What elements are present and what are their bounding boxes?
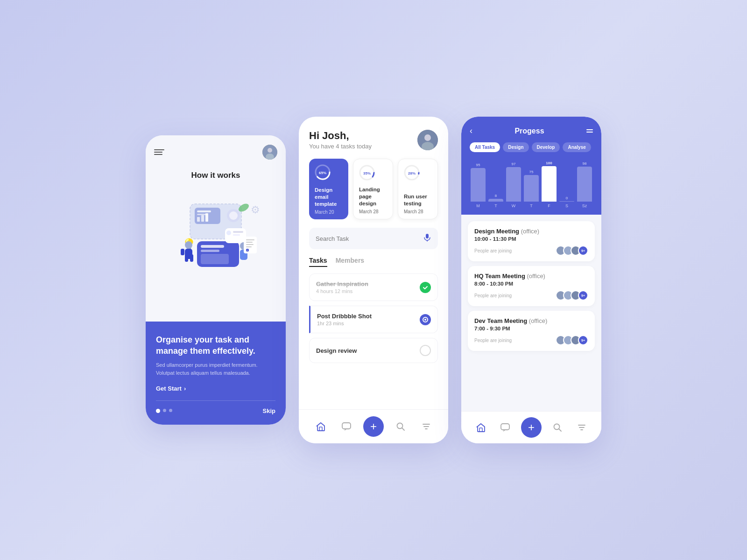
meeting-3-joining: People are joining xyxy=(474,338,512,343)
svg-point-19 xyxy=(229,211,238,220)
screen-1-bottom: Organise your task and manage them effec… xyxy=(146,322,286,425)
nav-filter-button[interactable] xyxy=(418,418,435,435)
screen-3-top: ‹ Progess All Tasks Design Develop Analy… xyxy=(461,117,601,215)
bar-label-M: M xyxy=(471,203,486,208)
dot-3[interactable] xyxy=(169,409,172,412)
meeting-2-title: HQ Team Meeting (office) xyxy=(474,273,588,280)
svg-rect-27 xyxy=(181,249,184,255)
hamburger-icon[interactable] xyxy=(154,149,164,155)
search-bar[interactable] xyxy=(309,228,438,249)
task-item-3-left: Design review xyxy=(316,347,357,354)
av-m2-more: 9+ xyxy=(578,290,588,301)
filter-develop[interactable]: Develop xyxy=(532,142,560,152)
svg-rect-53 xyxy=(319,427,322,431)
check-empty-icon xyxy=(420,345,431,356)
meeting-1-joining: People are joining xyxy=(474,248,512,253)
check-done-icon xyxy=(420,282,431,293)
svg-point-38 xyxy=(424,134,431,141)
bar-label-W: W xyxy=(506,203,521,208)
nav3-search-button[interactable] xyxy=(549,419,566,436)
svg-rect-8 xyxy=(201,215,204,222)
task-item-3-name: Design review xyxy=(316,347,357,354)
task-card-1[interactable]: 65% Design email template March 20 xyxy=(309,159,348,219)
search-input[interactable] xyxy=(316,235,419,242)
meeting-card-3[interactable]: Dev Team Meeting (office) 7:00 - 9:30 PM… xyxy=(468,311,595,351)
bar-labels: M T W T F S Sz xyxy=(470,202,593,208)
greeting-block: Hi Josh, You have 4 tasks today xyxy=(309,130,372,150)
bar-W xyxy=(506,167,521,202)
svg-rect-12 xyxy=(201,250,219,252)
menu-icon[interactable] xyxy=(586,129,593,133)
nav3-filter-button[interactable] xyxy=(573,419,590,436)
task-item-1-name: Gather Inspiration xyxy=(316,280,368,287)
task-card-3[interactable]: 28% Run user testing March 28 xyxy=(398,159,438,219)
filter-all[interactable]: All Tasks xyxy=(470,142,500,152)
meeting-3-title: Dev Team Meeting (office) xyxy=(474,317,588,324)
bottom-nav-2: + xyxy=(299,409,448,443)
svg-point-1 xyxy=(268,148,272,153)
task-item-1[interactable]: Gather Inspiration 4 hours 12 mins xyxy=(309,273,438,301)
svg-rect-26 xyxy=(190,254,193,262)
meeting-card-2[interactable]: HQ Team Meeting (office) 8:00 - 10:30 PM… xyxy=(468,266,595,306)
svg-text:28%: 28% xyxy=(408,171,416,175)
skip-button[interactable]: Skip xyxy=(263,407,275,414)
nav-chat-button[interactable] xyxy=(338,418,355,435)
screen-2: Hi Josh, You have 4 tasks today xyxy=(299,117,448,443)
av-m3-more: 9+ xyxy=(578,335,588,345)
bar-val-S: 0 xyxy=(566,196,568,200)
meeting-2-avatars: 9+ xyxy=(556,290,588,301)
screen-1-bottom-desc: Sed ullamcorper purus imperdiet fermentu… xyxy=(156,361,275,377)
greeting-title: Hi Josh, xyxy=(309,130,372,142)
nav-search-button[interactable] xyxy=(392,418,409,435)
svg-point-15 xyxy=(226,231,231,235)
nav3-chat-button[interactable] xyxy=(497,419,514,436)
get-start-button[interactable]: Get Start › xyxy=(156,385,275,392)
filter-design[interactable]: Design xyxy=(503,142,529,152)
task-item-2-name: Post Dribbble Shot xyxy=(317,313,372,320)
svg-text:35%: 35% xyxy=(363,171,371,175)
task-item-2-time: 1hr 23 mins xyxy=(317,321,372,326)
bar-val-M: 95 xyxy=(476,163,480,167)
task-list: Gather Inspiration 4 hours 12 mins Post … xyxy=(309,273,438,409)
screen-1-top: How it works xyxy=(146,135,286,322)
meeting-1-title: Design Meeting (office) xyxy=(474,228,588,235)
mic-icon[interactable] xyxy=(423,233,431,244)
bar-col-T1: 8 xyxy=(488,160,503,202)
task-card-1-name: Design email template xyxy=(315,187,343,208)
svg-rect-60 xyxy=(479,428,482,432)
meeting-1-type: (office) xyxy=(521,228,540,235)
screen-1-title: How it works xyxy=(191,171,240,180)
svg-text:✓: ✓ xyxy=(247,249,248,252)
svg-rect-33 xyxy=(246,244,254,245)
divider xyxy=(156,400,275,401)
illustration: ⚙ 💡 xyxy=(164,188,267,286)
screen-2-header: Hi Josh, You have 4 tasks today xyxy=(309,130,438,150)
user-avatar[interactable] xyxy=(417,130,438,150)
tab-tasks[interactable]: Tasks xyxy=(309,257,327,267)
task-item-2[interactable]: Post Dribbble Shot 1hr 23 mins xyxy=(309,306,438,333)
bar-col-T2: 75 xyxy=(524,160,539,202)
avatar[interactable] xyxy=(262,145,277,160)
av-more: 9+ xyxy=(578,245,588,256)
nav-add-button[interactable]: + xyxy=(363,416,384,437)
pagination-dots xyxy=(156,409,172,413)
bar-val-F: 100 xyxy=(546,161,552,165)
dot-2[interactable] xyxy=(163,409,166,412)
meeting-2-type: (office) xyxy=(527,273,545,280)
meeting-2-time: 8:00 - 10:30 PM xyxy=(474,281,588,287)
nav-home-button[interactable] xyxy=(312,418,329,435)
dot-1[interactable] xyxy=(156,409,160,413)
task-item-3[interactable]: Design review xyxy=(309,338,438,363)
task-card-3-date: March 28 xyxy=(404,209,432,214)
bar-val-T1: 8 xyxy=(495,194,497,198)
filter-analyse[interactable]: Analyse xyxy=(563,142,591,152)
nav3-add-button[interactable]: + xyxy=(521,417,542,438)
meeting-card-1[interactable]: Design Meeting (office) 10:00 - 11:30 PM… xyxy=(468,221,595,261)
meeting-2-joining: People are joining xyxy=(474,293,512,298)
nav3-home-button[interactable] xyxy=(472,419,489,436)
tab-members[interactable]: Members xyxy=(336,257,364,267)
bar-Sz xyxy=(577,167,592,202)
svg-line-63 xyxy=(559,429,561,431)
screen-3: ‹ Progess All Tasks Design Develop Analy… xyxy=(461,117,601,443)
task-card-2[interactable]: 35% Landing page design March 28 xyxy=(353,159,393,219)
